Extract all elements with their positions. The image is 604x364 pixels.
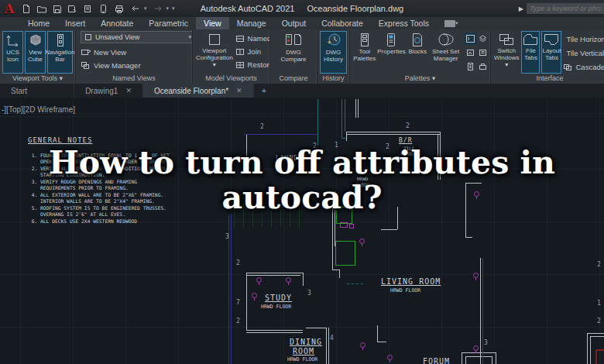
qat-customize-icon[interactable]: ▾ bbox=[172, 5, 175, 12]
room-label-dining-room: ROOM bbox=[293, 347, 314, 355]
tool-palettes-button[interactable]: Tool Palettes bbox=[352, 31, 376, 74]
headline-line2: autocad? bbox=[0, 180, 604, 215]
tab-insert[interactable]: Insert bbox=[57, 17, 93, 29]
panel-label-named-views: Named Views bbox=[76, 74, 192, 84]
keynote-number: 2 bbox=[236, 259, 240, 266]
tab-annotate[interactable]: Annotate bbox=[93, 17, 141, 29]
room-label-living-room: LIVING ROOM bbox=[381, 277, 441, 286]
calculator-icon[interactable] bbox=[465, 60, 477, 73]
tile-vertically-button[interactable]: Tile Vertically bbox=[563, 47, 604, 59]
view-dropdown[interactable]: Unsaved View ▾ bbox=[81, 31, 192, 43]
open-folder-icon[interactable] bbox=[36, 4, 47, 14]
tab-parametric[interactable]: Parametric bbox=[141, 17, 196, 29]
tab-collaborate[interactable]: Collaborate bbox=[314, 17, 371, 29]
new-drawing-button[interactable]: + bbox=[262, 86, 266, 95]
save-as-icon[interactable] bbox=[67, 4, 77, 14]
save-icon[interactable] bbox=[53, 4, 62, 14]
panel-label-palettes[interactable]: Palettes ▾ bbox=[350, 74, 490, 84]
command-line-icon[interactable] bbox=[465, 33, 477, 45]
panel-label-history: History bbox=[317, 74, 349, 84]
sheet-set-manager-icon bbox=[437, 33, 455, 47]
restore-viewport-icon bbox=[235, 61, 245, 69]
keynote-number: 3 bbox=[225, 233, 229, 240]
file-tab-drawing1[interactable]: Drawing1 ✕ bbox=[74, 84, 143, 98]
new-view-button[interactable]: New View bbox=[81, 46, 190, 58]
view-manager-icon bbox=[81, 61, 91, 70]
attribute-marker bbox=[360, 342, 365, 348]
redo-icon[interactable] bbox=[153, 4, 163, 13]
ucs-icon-button[interactable]: UCS Icon bbox=[2, 31, 23, 74]
attribute-marker bbox=[252, 293, 257, 298]
dwg-compare-button[interactable]: DWG Compare bbox=[273, 31, 314, 74]
keynote-number: 2 bbox=[406, 122, 410, 129]
room-label-study: STUDY bbox=[265, 294, 292, 302]
print-icon[interactable] bbox=[114, 4, 125, 14]
viewport-configuration-button[interactable]: Viewport Configuration ▾ bbox=[195, 31, 234, 74]
view-state-icon bbox=[84, 33, 92, 41]
drawing-canvas[interactable]: -][Top][2D Wireframe] bbox=[0, 98, 604, 364]
headline-line1: How to turn off attributes in bbox=[0, 146, 604, 180]
layout-tabs-button[interactable]: Layout Tabs bbox=[541, 31, 561, 74]
blocks-button[interactable]: Blocks bbox=[406, 31, 429, 74]
close-icon[interactable]: ✕ bbox=[236, 87, 242, 94]
join-viewport-button[interactable]: Join bbox=[235, 46, 269, 57]
room-label-dining: DINING bbox=[290, 338, 322, 346]
layer-palette-icon[interactable] bbox=[477, 33, 489, 45]
view-manager-button[interactable]: View Manager bbox=[81, 60, 190, 71]
app-title: Autodesk AutoCAD 2021 bbox=[201, 4, 295, 13]
plot-icon[interactable] bbox=[83, 4, 93, 14]
switch-windows-button[interactable]: Switch Windows ▾ bbox=[493, 31, 520, 74]
count-palette-icon[interactable] bbox=[477, 46, 489, 59]
close-icon[interactable]: ✕ bbox=[125, 87, 132, 94]
ribbon-tab-bar: Home Insert Annotate Parametric View Man… bbox=[0, 17, 604, 29]
navigation-bar-icon bbox=[53, 33, 68, 48]
view-cube-button[interactable]: View Cube bbox=[25, 31, 46, 74]
ribbon-display-toggle[interactable]: ▾ bbox=[444, 20, 458, 27]
navigation-bar-button[interactable]: Navigation Bar bbox=[47, 31, 73, 74]
tab-express-tools[interactable]: Express Tools bbox=[371, 17, 437, 29]
basket-icon[interactable] bbox=[477, 60, 489, 73]
tab-manage[interactable]: Manage bbox=[229, 17, 274, 29]
redo-dropdown-icon[interactable]: ▾ bbox=[166, 5, 170, 12]
room-sublabel-dining: HRWD FLOOR bbox=[287, 356, 317, 362]
sheet-set-manager-button[interactable]: Sheet Set Manager bbox=[431, 31, 461, 74]
file-tab-start[interactable]: Start bbox=[0, 84, 74, 98]
new-file-icon[interactable] bbox=[22, 4, 31, 14]
panel-model-viewports: Viewport Configuration ▾ Named Join Rest… bbox=[193, 29, 270, 84]
publish-icon[interactable] bbox=[98, 4, 108, 14]
headline-overlay: How to turn off attributes in autocad? bbox=[0, 146, 604, 215]
tab-home[interactable]: Home bbox=[20, 17, 57, 29]
panel-label-viewport-tools[interactable]: Viewport Tools ▾ bbox=[0, 74, 75, 84]
undo-icon[interactable] bbox=[130, 4, 141, 13]
panel-named-views: Unsaved View ▾ New View View Manager Nam… bbox=[76, 29, 193, 84]
ribbon-toggle-icon bbox=[444, 20, 455, 27]
file-tabs-button[interactable]: File Tabs bbox=[521, 31, 540, 74]
panel-palettes: Tool Palettes Properties Blocks Sheet Se… bbox=[350, 29, 491, 84]
properties-button[interactable]: Properties bbox=[378, 31, 404, 74]
named-viewport-button[interactable]: Named bbox=[235, 33, 269, 44]
file-tab-oceanside-floorplan[interactable]: Oceanside Floorplan* ✕ bbox=[143, 84, 254, 98]
document-title: Oceanside Floorplan.dwg bbox=[307, 4, 403, 13]
join-viewport-icon bbox=[235, 48, 245, 56]
general-note-item: ALL DECKS USE 2X4 WESTERN REDWOOD bbox=[40, 218, 239, 225]
room-label-forum: FORUM bbox=[423, 357, 450, 364]
room-label-br: B/R bbox=[399, 137, 412, 144]
restore-viewport-button[interactable]: Restore bbox=[235, 59, 269, 70]
markup-palette-icon[interactable] bbox=[465, 46, 477, 59]
undo-dropdown-icon[interactable]: ▾ bbox=[144, 5, 147, 12]
tool-palettes-icon bbox=[358, 33, 372, 47]
tab-view[interactable]: View bbox=[196, 17, 229, 29]
search-expand-icon[interactable]: ▶ bbox=[519, 5, 523, 12]
attribute-marker bbox=[473, 345, 479, 351]
dwg-history-button[interactable]: DWG History bbox=[320, 31, 347, 74]
panel-label-interface: Interface bbox=[491, 74, 604, 84]
tile-horizontally-button[interactable]: Tile Horizontally bbox=[563, 33, 604, 45]
search-input[interactable] bbox=[527, 3, 604, 14]
keynote-number: 2 bbox=[236, 318, 240, 325]
panel-viewport-tools: UCS Icon View Cube Navigation Bar Viewpo… bbox=[0, 29, 76, 84]
blocks-icon bbox=[410, 33, 424, 47]
cascade-button[interactable]: Cascade bbox=[563, 61, 604, 73]
autocad-logo-icon[interactable]: A bbox=[0, 0, 19, 17]
tab-output[interactable]: Output bbox=[274, 17, 314, 29]
keynote-number: 2 bbox=[597, 318, 601, 325]
